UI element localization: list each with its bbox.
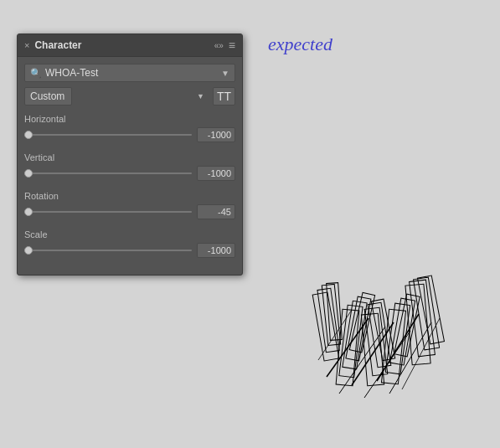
svg-line-24	[339, 327, 385, 394]
svg-rect-14	[385, 303, 410, 374]
scale-value-input[interactable]	[197, 243, 235, 258]
horizontal-slider-track[interactable]	[24, 134, 192, 136]
vertical-slider-thumb[interactable]	[24, 169, 33, 178]
vertical-section: Vertical	[24, 152, 235, 181]
style-select-arrow: ▼	[197, 92, 204, 100]
scale-slider-thumb[interactable]	[24, 246, 33, 255]
svg-line-26	[389, 322, 431, 394]
style-select[interactable]: Custom Regular Bold Italic	[24, 87, 72, 106]
panel-body: 🔍 ▼ Custom Regular Bold Italic ▼ TT Hori…	[18, 57, 242, 275]
panel-title: Character	[34, 39, 81, 51]
vertical-slider-row	[24, 166, 235, 181]
style-row: Custom Regular Bold Italic ▼ TT	[24, 87, 235, 106]
scale-slider-track[interactable]	[24, 250, 192, 251]
scale-slider-row	[24, 243, 235, 258]
vertical-value-input[interactable]	[197, 166, 235, 181]
rotation-slider-row	[24, 204, 235, 219]
search-row: 🔍 ▼	[24, 64, 235, 82]
rotation-slider-thumb[interactable]	[24, 208, 33, 216]
character-panel: × Character «» ≡ 🔍 ▼ Custom Regular Bold…	[17, 33, 243, 275]
expected-label: expected	[260, 33, 486, 55]
rotation-slider-track[interactable]	[24, 211, 192, 213]
rotation-label: Rotation	[24, 191, 235, 201]
search-icon: 🔍	[30, 68, 42, 79]
tt-icon[interactable]: TT	[213, 87, 235, 106]
horizontal-slider-thumb[interactable]	[24, 131, 33, 139]
scale-section: Scale	[24, 229, 235, 258]
svg-rect-10	[364, 307, 388, 376]
horizontal-label: Horizontal	[24, 114, 235, 124]
titlebar-left: × Character	[24, 39, 81, 51]
scale-label: Scale	[24, 229, 235, 239]
font-search-input[interactable]	[45, 67, 221, 79]
right-content: expected	[260, 33, 486, 444]
horizontal-section: Horizontal	[24, 114, 235, 142]
search-dropdown-arrow[interactable]: ▼	[221, 69, 229, 78]
style-select-wrapper: Custom Regular Bold Italic ▼	[24, 87, 209, 106]
rotation-value-input[interactable]	[197, 204, 235, 219]
panel-titlebar: × Character «» ≡	[18, 34, 242, 57]
vertical-slider-track[interactable]	[24, 173, 192, 174]
character-visual	[310, 268, 461, 435]
close-icon[interactable]: ×	[24, 40, 29, 50]
vertical-label: Vertical	[24, 152, 235, 162]
horizontal-slider-row	[24, 127, 235, 142]
character-svg	[310, 268, 461, 435]
expand-icon[interactable]: «»	[214, 41, 224, 50]
svg-rect-18	[410, 280, 436, 357]
horizontal-value-input[interactable]	[197, 127, 235, 142]
titlebar-right: «» ≡	[214, 39, 235, 52]
menu-icon[interactable]: ≡	[229, 39, 235, 52]
rotation-section: Rotation	[24, 191, 235, 219]
